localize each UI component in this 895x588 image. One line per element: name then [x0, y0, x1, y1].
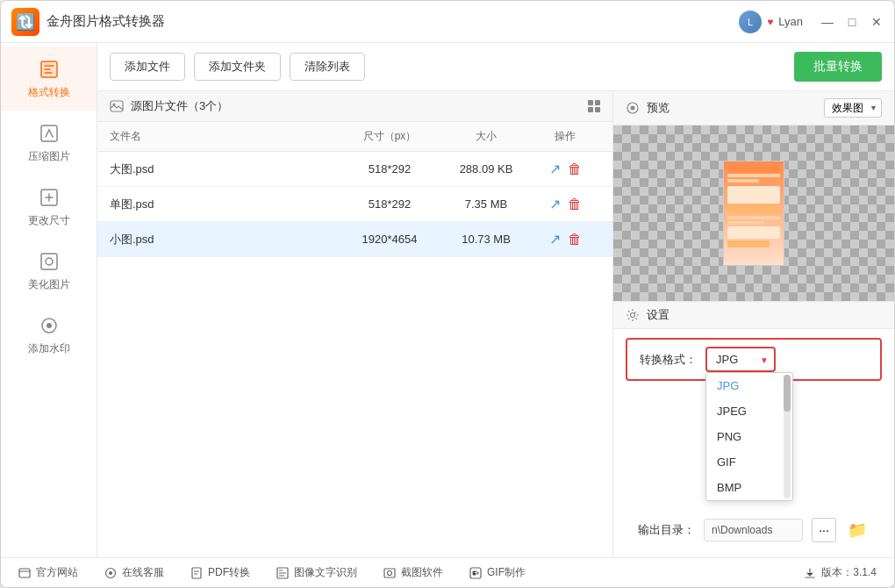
sidebar-item-compress[interactable]: 压缩图片 — [1, 111, 97, 175]
service-label: 在线客服 — [122, 565, 164, 580]
window-controls: — □ ✕ — [820, 15, 884, 29]
gif-icon — [469, 567, 482, 579]
beautify-icon — [37, 249, 61, 274]
website-icon — [18, 567, 31, 579]
folder-icon[interactable]: 📁 — [845, 518, 870, 542]
output-browse-button[interactable]: ··· — [812, 518, 836, 542]
table-row[interactable]: 小图.psd 1920*4654 10.73 MB ↗ 🗑 — [97, 222, 612, 257]
preview-btn-0[interactable]: ↗ — [549, 161, 561, 177]
screenshot-icon — [383, 567, 396, 579]
delete-btn-1[interactable]: 🗑 — [568, 197, 582, 212]
svg-point-5 — [46, 258, 53, 265]
version-label: 版本：3.1.4 — [821, 565, 877, 580]
format-select-wrapper[interactable]: JPG JPEG PNG GIF BMP JPG JPEG — [705, 347, 776, 372]
format-label: 转换格式： — [640, 352, 697, 368]
file-name-0: 大图.psd — [110, 161, 337, 177]
effect-select[interactable]: 效果图 原图 — [824, 98, 882, 118]
dropdown-item-jpeg[interactable]: JPEG — [706, 398, 792, 424]
toolbar: 添加文件 添加文件夹 清除列表 批量转换 — [97, 43, 894, 91]
dropdown-item-gif[interactable]: GIF — [706, 449, 792, 475]
sidebar-item-watermark[interactable]: 添加水印 — [1, 303, 97, 367]
file-name-1: 单图.psd — [110, 197, 337, 212]
format-row: 转换格式： JPG JPEG PNG GIF BMP — [626, 338, 882, 381]
preview-icon — [626, 101, 640, 115]
bottom-screenshot[interactable]: 截图软件 — [383, 565, 443, 580]
file-count-label: 源图片文件（3个） — [131, 98, 228, 114]
download-icon — [804, 567, 816, 579]
svg-rect-14 — [19, 569, 30, 577]
dropdown-item-bmp[interactable]: BMP — [706, 475, 792, 500]
row-actions-1: ↗ 🗑 — [530, 196, 600, 212]
grid-view-icon[interactable] — [588, 100, 600, 112]
sidebar-item-format[interactable]: 格式转换 — [1, 47, 97, 111]
row-actions-0: ↗ 🗑 — [530, 161, 600, 177]
bottom-service[interactable]: 在线客服 — [104, 565, 164, 580]
pdf-label: PDF转换 — [208, 565, 250, 580]
scrollbar-thumb — [784, 375, 791, 412]
bottom-gif[interactable]: GIF制作 — [469, 565, 526, 580]
maximize-button[interactable]: □ — [845, 15, 859, 29]
format-dropdown-list: JPG JPEG PNG GIF BMP — [705, 372, 793, 501]
sidebar-item-resize[interactable]: 更改尺寸 — [1, 175, 97, 239]
file-size-0: 288.09 KB — [442, 162, 530, 176]
clear-list-button[interactable]: 清除列表 — [290, 53, 365, 81]
preview-image-area — [613, 125, 894, 301]
batch-convert-button[interactable]: 批量转换 — [794, 52, 882, 82]
settings-label: 设置 — [647, 307, 669, 323]
bottom-pdf[interactable]: PDF转换 — [190, 565, 250, 580]
sidebar: 格式转换 压缩图片 更改尺寸 — [1, 43, 97, 557]
col-name: 文件名 — [110, 129, 337, 144]
add-folder-button[interactable]: 添加文件夹 — [194, 53, 281, 81]
screenshot-label: 截图软件 — [401, 565, 443, 580]
bottom-ocr[interactable]: 图像文字识别 — [276, 565, 357, 580]
effect-select-wrapper[interactable]: 效果图 原图 — [824, 98, 882, 118]
svg-rect-2 — [41, 125, 57, 141]
file-panel: 源图片文件（3个） 文件名 尺寸（px） 大小 操作 — [97, 91, 613, 557]
app-logo: 🔃 — [11, 8, 39, 36]
minimize-button[interactable]: — — [820, 15, 834, 29]
format-select[interactable]: JPG JPEG PNG GIF BMP — [705, 347, 776, 372]
user-info: L ♥ Lyan — [739, 11, 803, 33]
delete-btn-2[interactable]: 🗑 — [568, 232, 582, 247]
table-row[interactable]: 单图.psd 518*292 7.35 MB ↗ 🗑 — [97, 187, 612, 222]
file-dim-2: 1920*4654 — [337, 233, 442, 246]
main-layout: 格式转换 压缩图片 更改尺寸 — [1, 43, 894, 557]
output-label: 输出目录： — [638, 522, 695, 538]
file-size-1: 7.35 MB — [442, 197, 530, 211]
dropdown-scrollbar[interactable] — [784, 375, 791, 498]
file-dim-1: 518*292 — [337, 197, 442, 211]
username: Lyan — [778, 15, 803, 28]
file-name-2: 小图.psd — [110, 232, 337, 247]
table-header: 文件名 尺寸（px） 大小 操作 — [97, 122, 612, 152]
sidebar-label-resize: 更改尺寸 — [28, 213, 70, 228]
sidebar-item-beautify[interactable]: 美化图片 — [1, 239, 97, 303]
split-content: 源图片文件（3个） 文件名 尺寸（px） 大小 操作 — [97, 91, 894, 557]
row-actions-2: ↗ 🗑 — [530, 231, 600, 247]
gif-label: GIF制作 — [487, 565, 526, 580]
dropdown-item-jpg[interactable]: JPG — [706, 373, 792, 398]
preview-panel: 预览 效果图 原图 — [613, 91, 894, 557]
dropdown-item-png[interactable]: PNG — [706, 424, 792, 449]
close-button[interactable]: ✕ — [870, 15, 884, 29]
preview-btn-2[interactable]: ↗ — [549, 231, 561, 247]
bottom-website[interactable]: 官方网站 — [18, 565, 78, 580]
col-size: 大小 — [442, 129, 530, 144]
svg-point-11 — [631, 106, 635, 111]
table-row[interactable]: 大图.psd 518*292 288.09 KB ↗ 🗑 — [97, 152, 612, 187]
content-area: 添加文件 添加文件夹 清除列表 批量转换 源图片文件（3个） — [97, 43, 894, 557]
preview-label: 预览 — [647, 100, 669, 116]
app-title: 金舟图片格式转换器 — [47, 13, 739, 30]
svg-rect-4 — [41, 254, 57, 269]
image-icon — [110, 99, 124, 113]
delete-btn-0[interactable]: 🗑 — [568, 161, 582, 177]
preview-btn-1[interactable]: ↗ — [549, 196, 561, 212]
file-dim-0: 518*292 — [337, 162, 442, 176]
preview-thumbnail — [723, 161, 784, 266]
ocr-icon — [276, 567, 289, 579]
settings-icon — [626, 308, 640, 322]
pdf-icon — [190, 567, 203, 579]
add-file-button[interactable]: 添加文件 — [110, 53, 185, 81]
resize-icon — [37, 185, 61, 210]
watermark-icon — [37, 313, 61, 338]
main-window: 🔃 金舟图片格式转换器 L ♥ Lyan — □ ✕ — [0, 0, 895, 588]
